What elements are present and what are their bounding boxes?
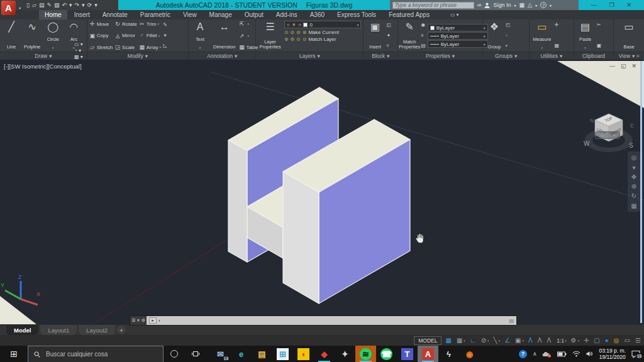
ribbon-tab[interactable]: Featured Apps — [383, 10, 435, 19]
layer-tool-icon[interactable]: ⊚ — [290, 36, 294, 42]
taskbar-app-button[interactable]: ≋ — [355, 346, 376, 362]
taskbar-clock[interactable]: 03:19 p. m. 19/11/2020 — [599, 348, 626, 360]
status-toggle-icon[interactable]: ⊘▾ — [481, 337, 489, 344]
help-icon[interactable]: ? — [540, 2, 547, 8]
ribbon-tab[interactable]: Parametric — [135, 10, 176, 19]
ribbon-tab[interactable]: Output — [239, 10, 269, 19]
measure-button[interactable]: ▭ Measure▾ — [531, 21, 552, 50]
panel-label-block[interactable]: Block▾ — [364, 52, 397, 60]
status-toggle-icon[interactable]: ╲▾ — [494, 337, 501, 344]
command-dock-icon[interactable]: ✕ — [136, 318, 140, 323]
layer-tool-icon[interactable]: ⊝ — [296, 36, 301, 42]
layout-tab[interactable]: Layout1 — [40, 325, 77, 335]
status-toggle-icon[interactable]: ⚙▾ — [570, 337, 579, 344]
solid-face-left-slab-front[interactable] — [228, 140, 247, 262]
status-toggle-icon[interactable]: ● — [605, 337, 609, 344]
qat-icon[interactable]: ▱ — [32, 0, 36, 10]
qat-icon[interactable]: ▯ — [26, 0, 30, 10]
qat-icon[interactable]: ▾ — [82, 0, 85, 10]
navbar-tool-icon[interactable]: ▦ — [631, 202, 636, 209]
draw-extra-icon[interactable]: ◔ ▾ — [74, 48, 83, 54]
annotation-tool-button[interactable]: ↔ Dimension — [212, 21, 236, 50]
paste-button[interactable]: ▤ Paste▾ — [576, 21, 595, 50]
modify-tool-button[interactable]: ▱Stretch — [89, 44, 113, 50]
modify-extra-icon[interactable]: ◺ — [163, 43, 167, 49]
doc-restore-button[interactable]: ◱ — [621, 63, 626, 69]
groups-extra-icon[interactable]: ◰ — [506, 22, 511, 28]
layer-properties-button[interactable]: ☰ Layer Properties — [258, 21, 282, 50]
bylayer-dropdown[interactable]: ByLayer ▾ — [428, 32, 488, 40]
help-caret-icon[interactable]: ▾ — [550, 3, 552, 8]
layer-tool-icon[interactable]: ⊜ — [296, 30, 301, 35]
taskbar-app-button[interactable]: ✦ — [335, 346, 355, 362]
draw-tool-button[interactable]: ◯ Circle▾ — [43, 21, 62, 50]
block-extra-icon[interactable]: ✦ — [386, 33, 391, 39]
annotation-extra-button[interactable]: ↗▾ — [238, 33, 258, 39]
status-toggle-icon[interactable]: ▭ — [625, 337, 631, 344]
taskbar-app-button[interactable]: ☎ — [376, 346, 397, 362]
taskbar-app-button[interactable]: ▤ — [252, 346, 272, 362]
layer-dropdown[interactable]: ○ ☀ ∩ 0 ▾ — [284, 21, 362, 28]
viewport-controls-label[interactable]: [-][SW Isometric][Conceptual] — [4, 63, 82, 70]
taskbar-search[interactable] — [28, 346, 164, 362]
command-line-dock[interactable]: ☰✕⚙ ▸ ▾ ▤ — [130, 315, 517, 326]
modify-tool-button[interactable]: ✂Trim▾ — [139, 21, 162, 27]
command-dock-icon[interactable]: ⚙ — [142, 318, 145, 323]
ribbon-tab[interactable]: Express Tools — [331, 10, 382, 19]
layer-tool-icon[interactable]: ⊙ — [303, 36, 307, 42]
taskbar-app-button[interactable]: e — [231, 346, 252, 362]
ribbon-display-toggle[interactable]: ▭ ▾ — [447, 10, 463, 19]
start-button[interactable]: ⊞ — [0, 346, 28, 362]
modify-extra-icon[interactable]: ✎ — [163, 22, 167, 28]
properties-extra-icon[interactable]: ≡ — [421, 33, 426, 39]
navbar-tool-icon[interactable]: ◎ — [631, 154, 637, 161]
bylayer-dropdown[interactable]: ByLayer ▾ — [428, 40, 488, 48]
app-store-cart-icon[interactable]: ▦ — [519, 2, 525, 8]
qat-icon[interactable]: ⟳ — [87, 0, 92, 10]
clipboard-extra-icon[interactable]: ✂ — [597, 22, 602, 28]
tray-chevron-icon[interactable]: ∧ — [533, 351, 537, 357]
drawing-canvas[interactable]: [-][SW Isometric][Conceptual] — ◱ ✕ W S … — [0, 60, 644, 324]
taskbar-search-input[interactable] — [45, 350, 145, 358]
properties-extra-icon[interactable]: ▤ — [421, 43, 426, 49]
annotation-tool-button[interactable]: A Text▾ — [191, 21, 209, 50]
modify-tool-button[interactable]: ▦Array▾ — [139, 44, 162, 50]
modify-tool-button[interactable]: ◬Mirror — [114, 33, 137, 39]
ribbon-tab[interactable]: Manage — [204, 10, 238, 19]
ribbon-tab[interactable]: Add-ins — [270, 10, 303, 19]
infocenter-search-input[interactable] — [392, 2, 474, 9]
annotation-extra-button[interactable]: ⇱▾ — [238, 21, 258, 27]
insert-block-button[interactable]: ▣ Insert — [365, 21, 384, 50]
group-button[interactable]: ❖ Group — [485, 21, 504, 50]
layer-tool-icon[interactable]: ⊛ — [284, 36, 289, 42]
viewcube-south-label[interactable]: S — [629, 142, 633, 149]
layer-tool-icon[interactable]: ⊙ — [284, 30, 289, 35]
status-toggle-icon[interactable]: 1:1▾ — [556, 337, 566, 344]
layout-tab[interactable]: Model — [6, 325, 38, 335]
close-button[interactable]: ✕ — [627, 2, 632, 8]
viewcube-west-label[interactable]: W — [584, 140, 590, 147]
wifi-icon[interactable] — [572, 351, 580, 357]
ribbon-tab[interactable]: Insert — [69, 10, 96, 19]
taskbar-app-button[interactable]: ◖ — [293, 346, 314, 362]
app-menu-caret-icon[interactable]: ▾ — [19, 6, 21, 10]
task-view-button[interactable] — [185, 346, 206, 362]
make-current-label[interactable]: Make Current — [308, 30, 338, 35]
battery-icon[interactable] — [557, 351, 567, 357]
viewcube[interactable]: W S N E TOP LEFT FRONT — [574, 84, 643, 153]
viewcube-east-label[interactable]: E — [630, 123, 634, 129]
sign-in-caret-icon[interactable]: ▾ — [514, 3, 516, 8]
layout-tab[interactable]: Layout2 — [79, 325, 115, 335]
modify-tool-button[interactable]: ◲Scale — [114, 44, 137, 50]
model-space-button[interactable]: MODEL — [414, 336, 441, 345]
taskbar-app-button[interactable]: ✉ 14 — [210, 346, 231, 362]
match-layer-label[interactable]: Match Layer — [308, 36, 336, 42]
viewcube-north-label[interactable]: N — [590, 118, 594, 124]
utilities-extra-icon[interactable]: ✛ — [554, 22, 559, 28]
ribbon-tab[interactable]: Annotate — [97, 10, 133, 19]
qat-icon[interactable]: ▾ — [69, 0, 72, 10]
command-caret-icon[interactable]: ▾ — [158, 319, 160, 322]
doc-minimize-button[interactable]: — — [609, 63, 615, 69]
command-input[interactable]: ▸ ▾ ▤ — [147, 316, 516, 325]
ribbon-tab[interactable]: A360 — [304, 10, 330, 19]
